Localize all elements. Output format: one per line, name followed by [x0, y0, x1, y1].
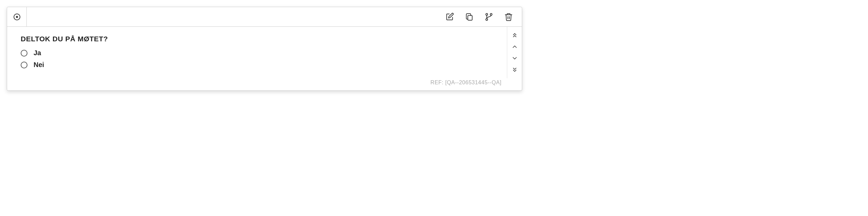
card-toolbar — [7, 7, 522, 27]
move-down-button[interactable] — [508, 53, 521, 63]
move-top-button[interactable] — [508, 30, 521, 40]
question-type-indicator[interactable] — [7, 7, 27, 26]
option-label: Nei — [34, 61, 44, 69]
edit-button[interactable] — [440, 7, 459, 27]
radio-input[interactable] — [21, 62, 27, 68]
toolbar-left — [7, 7, 27, 26]
reference-prefix: REF: — [431, 80, 445, 85]
trash-icon — [504, 13, 513, 21]
move-up-button[interactable] — [508, 42, 521, 52]
edit-icon — [445, 13, 454, 21]
option-label: Ja — [34, 49, 41, 57]
question-title: DELTOK DU PÅ MØTET? — [21, 35, 497, 43]
chevron-up-icon — [511, 43, 518, 50]
reference-line: REF: [QA--206531445--QA] — [7, 78, 522, 90]
svg-rect-2 — [468, 15, 472, 20]
copy-button[interactable] — [459, 7, 479, 27]
radio-input[interactable] — [21, 50, 27, 57]
question-card: DELTOK DU PÅ MØTET? Ja Nei — [7, 7, 522, 91]
delete-button[interactable] — [499, 7, 518, 27]
option-row: Nei — [21, 61, 497, 69]
copy-icon — [465, 13, 474, 21]
double-chevron-down-icon — [511, 66, 518, 73]
reference-value: [QA--206531445--QA] — [445, 80, 501, 85]
question-content: DELTOK DU PÅ MØTET? Ja Nei — [7, 27, 507, 78]
radio-type-icon — [13, 13, 21, 21]
card-body: DELTOK DU PÅ MØTET? Ja Nei — [7, 27, 522, 78]
branch-button[interactable] — [479, 7, 499, 27]
svg-point-1 — [16, 16, 18, 18]
reorder-controls — [507, 27, 522, 78]
move-bottom-button[interactable] — [508, 65, 521, 75]
double-chevron-up-icon — [511, 32, 518, 39]
option-row: Ja — [21, 49, 497, 57]
branch-icon — [485, 13, 493, 21]
chevron-down-icon — [511, 55, 518, 62]
toolbar-right — [440, 7, 522, 27]
